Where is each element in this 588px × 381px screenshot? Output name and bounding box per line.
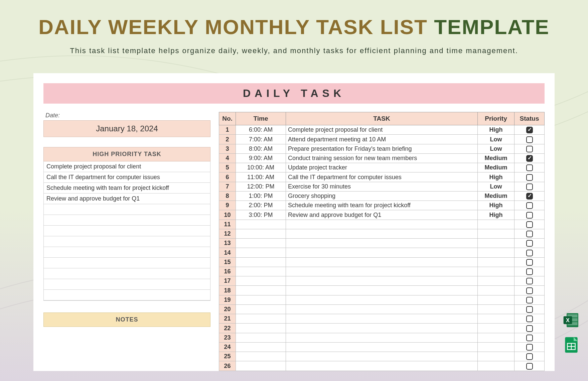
cell-status[interactable] (514, 172, 545, 182)
cell-priority[interactable]: High (478, 172, 514, 182)
checkbox-icon[interactable] (526, 164, 533, 171)
cell-time[interactable] (236, 361, 286, 371)
cell-task[interactable] (286, 361, 478, 371)
cell-priority[interactable] (478, 239, 514, 248)
cell-task[interactable]: Call the IT department for computer issu… (286, 172, 478, 182)
hp-item[interactable] (44, 279, 210, 290)
hp-item[interactable] (44, 204, 210, 215)
checkbox-icon[interactable] (526, 306, 533, 313)
checkbox-icon[interactable] (526, 353, 533, 360)
checkbox-icon[interactable] (526, 183, 533, 190)
cell-status[interactable] (514, 267, 545, 276)
checkbox-icon[interactable] (526, 240, 533, 247)
cell-priority[interactable] (478, 333, 514, 342)
cell-time[interactable]: 1:00: PM (236, 191, 286, 201)
cell-task[interactable] (286, 352, 478, 361)
cell-time[interactable]: 11:00: AM (236, 172, 286, 182)
cell-priority[interactable] (478, 276, 514, 286)
checkbox-icon[interactable] (526, 193, 533, 200)
cell-task[interactable] (286, 286, 478, 295)
cell-task[interactable]: Conduct training session for new team me… (286, 153, 478, 163)
hp-item[interactable]: Review and approve budget for Q1 (44, 194, 210, 204)
cell-time[interactable] (236, 257, 286, 267)
cell-time[interactable] (236, 229, 286, 238)
cell-time[interactable]: 3:00: PM (236, 210, 286, 220)
checkbox-icon[interactable] (526, 315, 533, 322)
cell-task[interactable]: Review and approve budget for Q1 (286, 210, 478, 220)
cell-time[interactable] (236, 342, 286, 352)
cell-status[interactable] (514, 153, 545, 163)
checkbox-icon[interactable] (526, 287, 533, 294)
cell-status[interactable] (514, 191, 545, 201)
checkbox-icon[interactable] (526, 259, 533, 266)
hp-item[interactable] (44, 247, 210, 258)
cell-time[interactable]: 8:00: AM (236, 144, 286, 153)
cell-task[interactable] (286, 314, 478, 324)
checkbox-icon[interactable] (526, 231, 533, 237)
checkbox-icon[interactable] (526, 335, 533, 341)
cell-priority[interactable]: High (478, 201, 514, 210)
cell-priority[interactable] (478, 295, 514, 304)
checkbox-icon[interactable] (526, 325, 533, 332)
checkbox-icon[interactable] (526, 297, 533, 303)
cell-task[interactable]: Grocery shopping (286, 191, 478, 201)
cell-priority[interactable] (478, 286, 514, 295)
cell-time[interactable] (236, 239, 286, 248)
cell-time[interactable] (236, 304, 286, 314)
cell-time[interactable]: 7:00: AM (236, 135, 286, 144)
checkbox-icon[interactable] (526, 363, 533, 370)
cell-priority[interactable] (478, 342, 514, 352)
cell-status[interactable] (514, 324, 545, 333)
cell-status[interactable] (514, 314, 545, 324)
cell-time[interactable] (236, 220, 286, 229)
cell-task[interactable] (286, 239, 478, 248)
cell-time[interactable] (236, 295, 286, 304)
cell-priority[interactable]: High (478, 125, 514, 135)
hp-item[interactable] (44, 268, 210, 279)
cell-priority[interactable] (478, 352, 514, 361)
hp-item[interactable] (44, 236, 210, 247)
checkbox-icon[interactable] (526, 202, 533, 209)
hp-item[interactable]: Schedule meeting with team for project k… (44, 183, 210, 194)
cell-priority[interactable] (478, 324, 514, 333)
hp-item[interactable] (44, 290, 210, 300)
cell-status[interactable] (514, 342, 545, 352)
cell-task[interactable]: Complete project proposal for client (286, 125, 478, 135)
cell-priority[interactable]: High (478, 210, 514, 220)
cell-time[interactable] (236, 324, 286, 333)
date-value[interactable]: January 18, 2024 (43, 120, 210, 137)
cell-task[interactable]: Prepare presentation for Friday's team b… (286, 144, 478, 153)
cell-time[interactable] (236, 352, 286, 361)
cell-priority[interactable] (478, 314, 514, 324)
cell-priority[interactable] (478, 229, 514, 238)
cell-status[interactable] (514, 229, 545, 238)
cell-task[interactable] (286, 220, 478, 229)
cell-status[interactable] (514, 239, 545, 248)
cell-time[interactable]: 9:00: AM (236, 153, 286, 163)
checkbox-icon[interactable] (526, 155, 533, 162)
cell-time[interactable] (236, 267, 286, 276)
cell-time[interactable]: 6:00: AM (236, 125, 286, 135)
cell-priority[interactable]: Medium (478, 163, 514, 172)
cell-task[interactable] (286, 295, 478, 304)
cell-status[interactable] (514, 295, 545, 304)
hp-item[interactable] (44, 215, 210, 226)
cell-task[interactable] (286, 248, 478, 257)
checkbox-icon[interactable] (526, 278, 533, 284)
cell-priority[interactable]: Medium (478, 153, 514, 163)
cell-priority[interactable]: Medium (478, 191, 514, 201)
cell-time[interactable]: 10:00: AM (236, 163, 286, 172)
hp-item[interactable] (44, 226, 210, 236)
cell-task[interactable] (286, 229, 478, 238)
cell-task[interactable] (286, 342, 478, 352)
cell-status[interactable] (514, 220, 545, 229)
cell-priority[interactable] (478, 361, 514, 371)
cell-time[interactable]: 2:00: PM (236, 201, 286, 210)
checkbox-icon[interactable] (526, 250, 533, 256)
cell-task[interactable]: Schedule meeting with team for project k… (286, 201, 478, 210)
checkbox-icon[interactable] (526, 212, 533, 219)
cell-status[interactable] (514, 257, 545, 267)
hp-item[interactable]: Call the IT department for computer issu… (44, 172, 210, 183)
cell-time[interactable] (236, 276, 286, 286)
cell-task[interactable]: Exercise for 30 minutes (286, 182, 478, 191)
